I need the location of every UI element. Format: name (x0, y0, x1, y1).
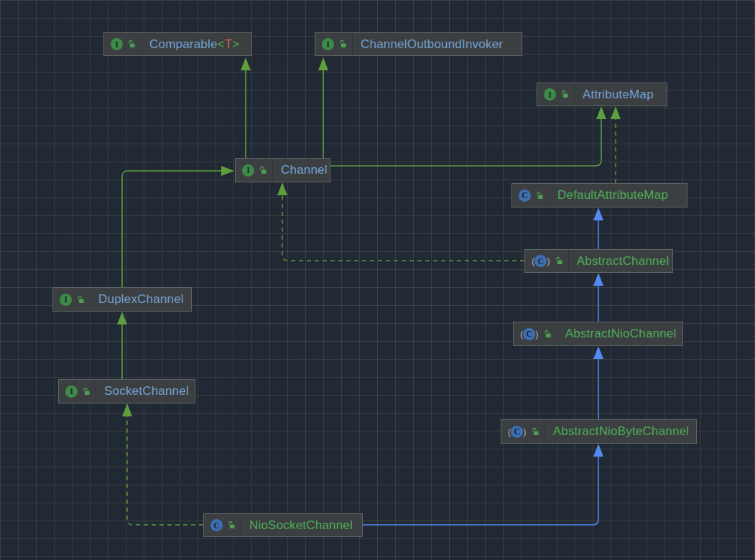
node-label: SocketChannel (96, 384, 198, 398)
node-label: Channel (273, 163, 336, 177)
node-label: AttributeMap (575, 88, 662, 102)
node-nio-socket-channel[interactable]: C NioSocketChannel (203, 513, 363, 537)
edge-socketchannel-extends-duplexchannel[interactable] (117, 312, 127, 379)
node-attribute-map[interactable]: I AttributeMap (537, 83, 667, 106)
edge-channel-extends-comparable[interactable] (241, 57, 251, 158)
edge-niosocketchannel-extends-abstractniobytechannel[interactable] (363, 444, 603, 525)
node-label: DefaultAttributeMap (550, 188, 677, 202)
node-comparable[interactable]: I Comparable<T> (103, 32, 252, 56)
class-icon: C (519, 190, 531, 202)
edge-channel-extends-channeloutboundinvoker[interactable] (318, 57, 328, 158)
node-duplex-channel[interactable]: I DuplexChannel (52, 287, 192, 312)
node-default-attribute-map[interactable]: C DefaultAttributeMap (511, 183, 687, 207)
node-label: Comparable<T> (142, 37, 248, 52)
unlocked-padlock-icon (535, 191, 544, 200)
node-abstract-nio-byte-channel[interactable]: (C) AbstractNioByteChannel (501, 419, 697, 444)
node-label: NioSocketChannel (241, 518, 361, 533)
node-socket-channel[interactable]: I SocketChannel (58, 379, 195, 403)
node-label: AbstractNioByteChannel (545, 424, 698, 439)
unlocked-padlock-icon (555, 256, 563, 266)
unlocked-padlock-icon (543, 330, 552, 339)
node-label: AbstractNioChannel (557, 327, 685, 341)
unlocked-padlock-icon (560, 90, 569, 99)
unlocked-padlock-icon (227, 521, 236, 530)
unlocked-padlock-icon (531, 427, 539, 437)
interface-icon: I (60, 294, 72, 306)
unlocked-padlock-icon (76, 295, 85, 304)
interface-icon: I (322, 38, 334, 50)
unlocked-padlock-icon (82, 387, 91, 396)
abstract-class-icon: (C) (520, 328, 539, 340)
interface-icon: I (111, 38, 123, 50)
node-channel-outbound-invoker[interactable]: I ChannelOutboundInvoker (315, 32, 522, 56)
abstract-class-icon: (C) (532, 255, 550, 267)
node-channel[interactable]: I Channel (235, 158, 330, 182)
edge-abstractniochannel-extends-abstractchannel[interactable] (593, 273, 603, 322)
edge-niosocketchannel-implements-socketchannel[interactable] (122, 403, 203, 525)
node-label: AbstractChannel (569, 254, 678, 269)
class-icon: C (210, 519, 223, 531)
edge-abstractchannel-implements-channel[interactable] (277, 182, 524, 261)
edge-abstractniobytechannel-extends-abstractniochannel[interactable] (593, 346, 603, 419)
unlocked-padlock-icon (338, 39, 347, 49)
unlocked-padlock-icon (259, 166, 267, 175)
abstract-class-icon: (C) (508, 426, 527, 438)
diagram-canvas[interactable]: I Comparable<T> I ChannelOutboundInvoker… (0, 0, 755, 560)
node-label: ChannelOutboundInvoker (353, 37, 511, 52)
node-abstract-nio-channel[interactable]: (C) AbstractNioChannel (513, 322, 683, 346)
interface-icon: I (65, 386, 78, 398)
node-abstract-channel[interactable]: (C) AbstractChannel (524, 249, 673, 273)
edge-channel-extends-attributemap[interactable] (330, 106, 606, 166)
interface-icon: I (242, 164, 254, 177)
node-label: DuplexChannel (91, 292, 193, 307)
edge-abstractchannel-extends-defaultattributemap[interactable] (593, 207, 603, 249)
edge-duplexchannel-extends-channel[interactable] (122, 166, 234, 287)
unlocked-padlock-icon (127, 39, 136, 49)
interface-icon: I (544, 88, 556, 101)
edge-defaultattributemap-implements-attributemap[interactable] (611, 106, 621, 183)
